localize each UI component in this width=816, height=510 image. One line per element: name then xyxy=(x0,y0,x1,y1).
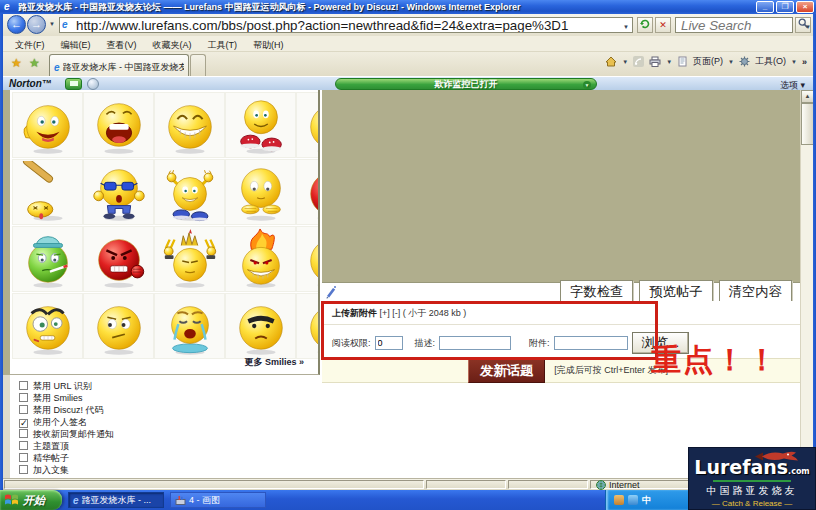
annotation-text: 重点！！ xyxy=(651,340,779,381)
task-ie-icon: e xyxy=(73,495,79,506)
page-menu[interactable]: 页面(P) xyxy=(693,55,723,68)
option-row-2: 禁用 Discuz! 代码 xyxy=(13,404,313,416)
menu-item-0[interactable]: 文件(F) xyxy=(7,38,53,53)
stop-button[interactable]: ✕ xyxy=(655,17,671,33)
menu-item-5[interactable]: 帮助(H) xyxy=(245,38,292,53)
smiley-octopus-bow[interactable] xyxy=(225,159,296,225)
smiley-partial-3[interactable] xyxy=(296,226,320,292)
option-checkbox-7[interactable] xyxy=(19,465,28,474)
home-icon[interactable] xyxy=(605,56,617,67)
browser-tab[interactable]: e 路亚发烧水库 - 中国路亚发烧友论坛 —— Lu... xyxy=(49,54,189,76)
back-button[interactable]: ← xyxy=(7,15,26,34)
option-row-3: ✓使用个人签名 xyxy=(13,416,313,428)
vertical-scrollbar[interactable]: ▲ ▼ xyxy=(800,90,813,478)
taskbar-task-browser[interactable]: e 路亚发烧水库 - ... xyxy=(68,492,164,508)
internet-zone-globe-icon xyxy=(596,480,606,490)
page-left-margin xyxy=(3,90,10,375)
close-button[interactable]: × xyxy=(796,1,814,13)
screenshot-root: { "titlebar": { "title": "路亚发烧水库 - 中国路亚发… xyxy=(0,0,816,510)
norton-globe-icon[interactable] xyxy=(87,78,99,90)
add-favorite-icon[interactable]: ★ xyxy=(29,56,40,70)
option-label-0: 禁用 URL 识别 xyxy=(33,381,92,391)
lurefans-watermark: Lurefans.com 中国路亚发烧友 — Catch & Release — xyxy=(688,447,816,510)
smiley-red-angry[interactable] xyxy=(83,226,154,292)
paint-app-icon xyxy=(175,495,186,506)
nav-history-caret-icon[interactable]: ▼ xyxy=(49,14,55,34)
norton-pill-caret-icon[interactable]: ▼ xyxy=(583,81,591,89)
menu-item-4[interactable]: 工具(T) xyxy=(200,38,246,53)
menu-item-3[interactable]: 收藏夹(A) xyxy=(145,38,200,53)
status-segment xyxy=(508,480,588,489)
option-label-4: 接收新回复邮件通知 xyxy=(33,429,114,439)
gear-icon xyxy=(739,56,750,67)
smiley-big-grin[interactable] xyxy=(154,92,225,158)
smiley-laughing[interactable] xyxy=(83,92,154,158)
post-options-list: 禁用 URL 识别禁用 Smilies禁用 Discuz! 代码✓使用个人签名接… xyxy=(13,380,313,476)
editor-area[interactable] xyxy=(322,90,800,283)
new-tab-stub[interactable] xyxy=(190,54,206,76)
tools-caret-icon[interactable]: ▼ xyxy=(791,59,797,65)
option-label-1: 禁用 Smilies xyxy=(33,393,83,403)
command-overflow-chevron[interactable]: » xyxy=(802,57,807,67)
smiley-partial-2[interactable] xyxy=(296,159,320,225)
window-titlebar: e 路亚发烧水库 - 中国路亚发烧友论坛 —— Lurefans 中国路亚运动风… xyxy=(0,0,816,14)
search-options-caret-icon[interactable]: ▼ xyxy=(805,17,811,37)
scroll-up-button[interactable]: ▲ xyxy=(801,90,813,103)
option-checkbox-1[interactable] xyxy=(19,393,28,402)
smiley-bat-bonk[interactable] xyxy=(12,159,83,225)
option-row-6: 精华帖子 xyxy=(13,452,313,464)
ime-indicator[interactable]: 中 xyxy=(642,494,651,507)
print-caret-icon[interactable]: ▼ xyxy=(666,59,672,65)
minimize-button[interactable]: _ xyxy=(756,1,774,13)
resize-pencil-icon[interactable] xyxy=(324,285,337,299)
url-dropdown-caret-icon[interactable]: ▼ xyxy=(623,17,629,37)
command-bar: ▼ ▼ 页面(P) ▼ 工具(O) ▼ » xyxy=(605,55,807,68)
option-checkbox-2[interactable] xyxy=(19,405,28,414)
feeds-icon[interactable] xyxy=(633,56,644,67)
option-checkbox-0[interactable] xyxy=(19,381,28,390)
menu-item-1[interactable]: 编辑(E) xyxy=(53,38,99,53)
refresh-button[interactable] xyxy=(637,17,653,33)
post-new-topic-button[interactable]: 发新话题 xyxy=(468,359,545,383)
smiley-partial-4[interactable] xyxy=(296,293,320,359)
smiley-crying[interactable] xyxy=(154,293,225,359)
option-checkbox-5[interactable] xyxy=(19,441,28,450)
print-icon[interactable] xyxy=(649,56,661,67)
editor-toolbar: 字数检查预览帖子清空内容 xyxy=(322,283,800,301)
logo-underline xyxy=(713,480,791,482)
option-checkbox-3[interactable]: ✓ xyxy=(19,419,28,428)
tray-app-icon[interactable] xyxy=(614,495,624,505)
smiley-partial-1[interactable] xyxy=(296,92,320,158)
start-button[interactable]: 开始 xyxy=(0,490,62,510)
norton-monitor-icon[interactable] xyxy=(65,78,82,90)
smiley-cool-shades[interactable] xyxy=(83,159,154,225)
smiley-flaming-head[interactable] xyxy=(225,226,296,292)
smiley-crazy-eyes[interactable] xyxy=(12,293,83,359)
smiley-dancing[interactable] xyxy=(154,159,225,225)
favorites-star-icon[interactable]: ★ xyxy=(11,56,22,70)
smiley-grumpy[interactable] xyxy=(225,293,296,359)
more-smilies-link[interactable]: 更多 Smilies » xyxy=(244,356,304,369)
live-search-input[interactable] xyxy=(675,17,793,33)
scrollbar-thumb[interactable] xyxy=(801,103,813,145)
forward-button[interactable]: → xyxy=(27,15,46,34)
norton-fraud-status-pill[interactable]: 欺诈监控已打开 ▼ xyxy=(335,78,597,90)
smiley-red-sneakers[interactable] xyxy=(225,92,296,158)
restore-button[interactable]: ❐ xyxy=(776,1,794,13)
tools-menu[interactable]: 工具(O) xyxy=(755,55,786,68)
menu-item-2[interactable]: 查看(V) xyxy=(99,38,145,53)
page-favicon-icon: e xyxy=(62,19,73,30)
page-caret-icon[interactable]: ▼ xyxy=(728,59,734,65)
smiley-annoyed[interactable] xyxy=(83,293,154,359)
smiley-thumbs-up[interactable] xyxy=(12,92,83,158)
option-checkbox-4[interactable] xyxy=(19,429,28,438)
smiley-sick-icepack[interactable] xyxy=(12,226,83,292)
option-checkbox-6[interactable] xyxy=(19,453,28,462)
home-caret-icon[interactable]: ▼ xyxy=(622,59,628,65)
taskbar-task-paint[interactable]: 4 - 画图 xyxy=(170,492,266,508)
smilies-panel: 更多 Smilies » xyxy=(10,90,320,375)
tray-app-icon-2[interactable] xyxy=(628,495,638,505)
url-input[interactable] xyxy=(59,17,633,33)
norton-toolbar: Norton™ 欺诈监控已打开 ▼ 选项 ▾ xyxy=(3,76,813,90)
smiley-punk-rock[interactable] xyxy=(154,226,225,292)
